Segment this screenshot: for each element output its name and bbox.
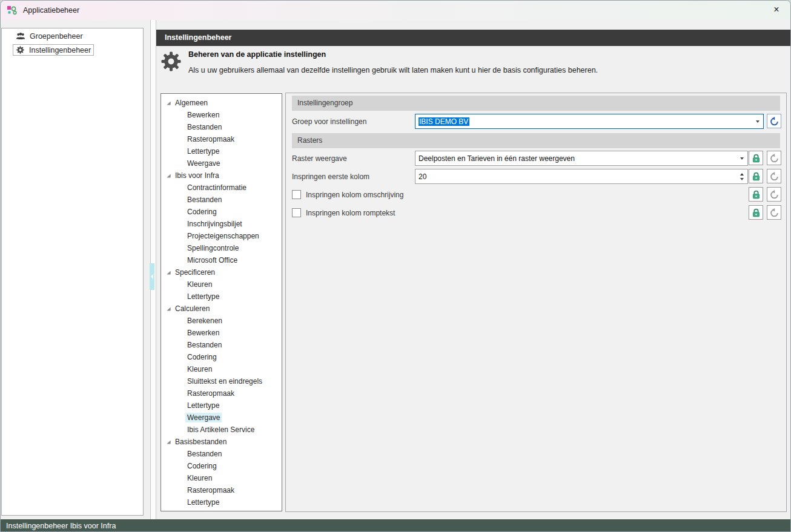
tree-item[interactable]: Lettertype	[161, 145, 282, 157]
tree-item[interactable]: Kleuren	[161, 472, 282, 484]
tree-item[interactable]: Kleuren	[161, 363, 282, 375]
omschrijving-lock-button[interactable]	[749, 187, 763, 202]
tree-item[interactable]: Lettertype	[161, 291, 282, 303]
expander-expanded-icon[interactable]	[166, 173, 171, 179]
tree-item-label: Codering	[185, 461, 219, 471]
inspringen-eerste-kolom-spinner[interactable]: 20	[415, 169, 748, 184]
raster-weergave-undo-button[interactable]	[767, 151, 781, 165]
tree-item[interactable]: Rasteropmaak	[161, 387, 282, 399]
tree-item-label: Bestanden	[185, 195, 223, 205]
tree-group-item[interactable]: Basisbestanden	[161, 436, 282, 448]
splitter-collapse-handle[interactable]	[150, 263, 154, 290]
tree-item[interactable]: Weergave	[161, 157, 282, 169]
undo-icon	[769, 208, 779, 218]
tree-item[interactable]: Weergave	[161, 412, 282, 424]
inspringen-kolom-romptekst-label: Inspringen kolom romptekst	[306, 208, 395, 218]
tree-item[interactable]: Spellingcontrole	[161, 242, 282, 254]
groep-voor-instellingen-combo[interactable]: IBIS DEMO BV	[415, 114, 764, 129]
tree-item-label: Berekenen	[185, 316, 224, 326]
tree-item-label: Lettertype	[185, 292, 221, 301]
tree-item-label: Weergave	[185, 413, 222, 422]
tree-item[interactable]: Microsoft Office	[161, 254, 282, 266]
tree-item[interactable]: Berekenen	[161, 315, 282, 327]
tree-item[interactable]: Lettertype	[161, 399, 282, 412]
sidebar-item-instellingenbeheer[interactable]: Instellingenbeheer	[13, 44, 94, 56]
tree-item[interactable]: Projecteigenschappen	[161, 230, 282, 242]
romptekst-lock-button[interactable]	[749, 205, 763, 220]
undo-icon	[769, 153, 779, 163]
tree-item-label: Rasteropmaak	[185, 485, 236, 495]
inspringen-kolom-omschrijving-label: Inspringen kolom omschrijving	[306, 190, 403, 200]
tree-item-label: Codering	[185, 207, 219, 217]
tree-group-label: Basisbestanden	[175, 436, 227, 448]
tree-item-label: Inschrijvingsbiljet	[185, 219, 244, 229]
expander-expanded-icon[interactable]	[166, 100, 171, 106]
lock-icon	[751, 153, 761, 163]
tree-item[interactable]: Bestanden	[161, 448, 282, 460]
tree-item[interactable]: Bestanden	[161, 339, 282, 351]
expander-expanded-icon[interactable]	[166, 439, 171, 445]
inspringen-kolom-romptekst-checkbox[interactable]	[292, 208, 301, 217]
romptekst-undo-button[interactable]	[767, 205, 781, 220]
tree-item[interactable]: Bestanden	[161, 194, 282, 206]
tree-item[interactable]: Contractinformatie	[161, 182, 282, 194]
tree-item[interactable]: Codering	[161, 351, 282, 363]
undo-icon	[769, 116, 779, 126]
section-header-rasters: Rasters	[292, 133, 780, 148]
tree-item[interactable]: Rasteropmaak	[161, 133, 282, 145]
window-title: Applicatiebeheer	[23, 6, 79, 15]
groep-undo-button[interactable]	[767, 114, 781, 128]
titlebar: Applicatiebeheer ×	[1, 1, 790, 20]
tree-group-item[interactable]: Calculeren	[161, 303, 282, 315]
chevron-down-icon	[756, 120, 760, 123]
spinner-value: 20	[415, 172, 736, 181]
tree-item[interactable]: Codering	[161, 460, 282, 472]
inspringen-eerste-kolom-label: Inspringen eerste kolom	[292, 169, 369, 185]
tree-item-label: Lettertype	[185, 146, 221, 156]
tree-group-item[interactable]: Ibis voor Infra	[161, 169, 282, 182]
app-icon	[7, 5, 18, 16]
spinner-up-icon[interactable]	[740, 173, 744, 176]
raster-weergave-label: Raster weergave	[292, 151, 347, 166]
collapse-left-icon	[151, 274, 153, 279]
tree-item[interactable]: Ibis Artikelen Service	[161, 424, 282, 436]
tree-item-label: Spellingcontrole	[185, 243, 240, 253]
lock-icon	[751, 189, 761, 200]
tree-item[interactable]: Kleuren	[161, 278, 282, 291]
inspringen-eerste-kolom-lock-button[interactable]	[749, 169, 763, 183]
tree-item[interactable]: Bewerken	[161, 327, 282, 339]
inspringen-kolom-omschrijving-checkbox[interactable]	[292, 190, 301, 199]
inspringen-eerste-kolom-undo-button[interactable]	[767, 169, 781, 183]
raster-weergave-lock-button[interactable]	[749, 151, 763, 165]
sidebar-item-groepenbeheer[interactable]: Groepenbeheer	[13, 30, 86, 42]
tree-item[interactable]: Bewerken	[161, 109, 282, 121]
tree-group-label: Algemeen	[175, 97, 208, 109]
tree-group-item[interactable]: Specificeren	[161, 266, 282, 278]
tree-item[interactable]: Codering	[161, 206, 282, 218]
dropdown-arrow-button[interactable]	[752, 114, 763, 128]
spinner-down-icon[interactable]	[740, 178, 744, 180]
expander-expanded-icon[interactable]	[166, 306, 171, 312]
tree-item[interactable]: Bestanden	[161, 121, 282, 133]
tree-item[interactable]: Inschrijvingsbiljet	[161, 218, 282, 230]
dropdown-arrow-button[interactable]	[736, 151, 747, 165]
page-title: Instellingenbeheer	[156, 30, 790, 46]
tree-item[interactable]: Lettertype	[161, 496, 282, 508]
tree-group-item[interactable]: Algemeen	[161, 97, 282, 109]
tree-item[interactable]: Sluittekst en eindregels	[161, 375, 282, 387]
combo-value: Deelposten en Tarieven in één raster wee…	[415, 154, 736, 163]
combo-selected-text: IBIS DEMO BV	[419, 117, 469, 126]
expander-expanded-icon[interactable]	[166, 270, 171, 275]
splitter[interactable]	[150, 20, 156, 519]
close-button[interactable]: ×	[766, 2, 787, 18]
chevron-down-icon	[740, 157, 744, 160]
people-icon	[16, 31, 25, 41]
lock-icon	[751, 171, 761, 182]
tree-item-label: Sluittekst en eindregels	[185, 376, 264, 386]
tree-item[interactable]: Rasteropmaak	[161, 484, 282, 496]
tree-item-label: Rasteropmaak	[185, 389, 236, 398]
app-window: Applicatiebeheer × Groepenbeheer	[0, 0, 791, 532]
intro-description: Als u uw gebruikers allemaal van dezelfd…	[188, 66, 598, 74]
omschrijving-undo-button[interactable]	[767, 187, 781, 202]
raster-weergave-combo[interactable]: Deelposten en Tarieven in één raster wee…	[415, 151, 748, 166]
